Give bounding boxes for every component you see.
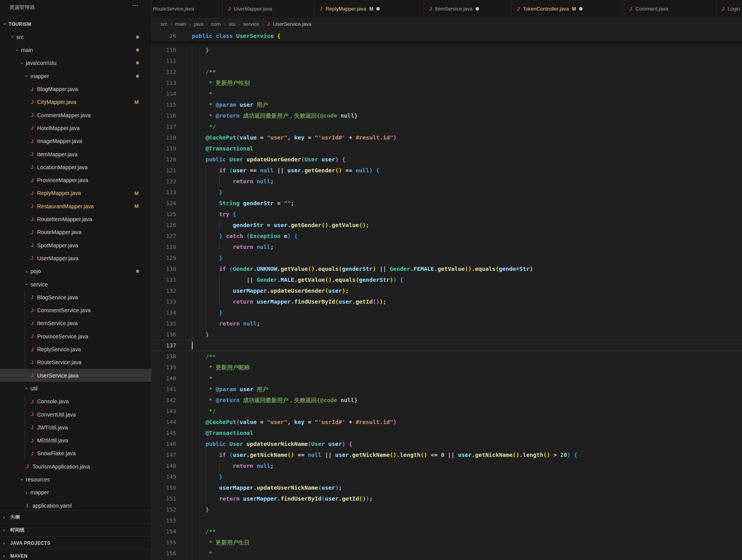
breadcrumb-file[interactable]: UserService.java xyxy=(273,21,311,27)
tree-item-locationmapper-java[interactable]: JLocationMapper.java xyxy=(0,161,152,174)
line-number[interactable]: 149 xyxy=(152,474,176,480)
line-number[interactable]: 154 xyxy=(152,528,176,535)
line-number[interactable]: 131 xyxy=(152,277,176,283)
tree-item-hotelmapper-java[interactable]: JHotelMapper.java xyxy=(0,122,152,134)
tree-item-userservice-java[interactable]: JUserService.java xyxy=(0,369,152,382)
code-line-142[interactable]: 142 * @return 成功返回最新用户，失败返回{@code null} xyxy=(152,395,742,406)
tree-item-blogservice-java[interactable]: JBlogService.java xyxy=(0,291,152,304)
tree-item-jwtutil-java[interactable]: JJWTUtil.java xyxy=(0,421,152,434)
tree-item-mapper[interactable]: ›mapper xyxy=(0,70,152,82)
line-number[interactable]: 147 xyxy=(152,452,176,458)
tree-item-spotmapper-java[interactable]: JSpotMapper.java xyxy=(0,239,152,252)
tree-item-routeitemmapper-java[interactable]: JRouteItemMapper.java xyxy=(0,213,152,226)
breadcrumb-item-src[interactable]: src xyxy=(161,21,167,27)
tab-routeservice-java[interactable]: RouteService.java xyxy=(152,0,223,18)
tree-item-java-com-stu[interactable]: ›java\com\stu xyxy=(0,57,152,70)
sidebar-section-java-projects[interactable]: ›JAVA PROJECTS xyxy=(0,536,152,549)
code-line-121[interactable]: 121 if (user == null || user.getGender()… xyxy=(152,165,742,176)
code-line-132[interactable]: 132 userMapper.updateUserGender(user); xyxy=(152,285,742,296)
tree-item-src[interactable]: ›src xyxy=(0,30,152,43)
line-number[interactable]: 132 xyxy=(152,288,176,294)
code-line-115[interactable]: 115 * @param user 用户 xyxy=(152,99,742,110)
sidebar-section-大纲[interactable]: ›大纲 xyxy=(0,510,152,524)
line-number[interactable]: 146 xyxy=(152,441,176,447)
code-line-152[interactable]: 152 } xyxy=(152,504,742,515)
line-number[interactable]: 134 xyxy=(152,310,176,316)
tree-item-tourismapplication-java[interactable]: JTourismApplication.java xyxy=(0,460,152,473)
code-line-145[interactable]: 145 @Transactional xyxy=(152,428,742,438)
line-number[interactable]: 144 xyxy=(152,419,176,425)
line-number[interactable]: 123 xyxy=(152,189,176,195)
line-number[interactable]: 133 xyxy=(152,299,176,305)
tree-item-tourism[interactable]: ›TOURISM xyxy=(0,18,152,30)
code-line-118[interactable]: 118 @CachePut(value = "user", key = "'us… xyxy=(152,132,742,143)
tree-item-util[interactable]: ›util xyxy=(0,382,152,395)
code-line-137[interactable]: 137 xyxy=(152,340,742,351)
code-line-126[interactable]: 126 genderStr = user.getGender().getValu… xyxy=(152,220,742,231)
line-number[interactable]: 117 xyxy=(152,123,176,130)
code-line-143[interactable]: 143 */ xyxy=(152,406,742,417)
explorer-actions-ellipsis-icon[interactable]: ⋯ xyxy=(132,2,138,9)
code-editor[interactable]: 110 }111112 /**113 * 更新用户性别114 *115 * @p… xyxy=(152,41,742,560)
line-number[interactable]: 113 xyxy=(152,80,176,86)
unsaved-dot-icon[interactable] xyxy=(376,7,380,11)
breadcrumb-item-com[interactable]: com xyxy=(211,21,221,27)
code-line-125[interactable]: 125 try { xyxy=(152,209,742,220)
code-line-146[interactable]: 146 public User updateUserNickName(User … xyxy=(152,438,742,449)
sidebar-section-maven[interactable]: ›MAVEN xyxy=(0,549,152,560)
line-number[interactable]: 141 xyxy=(152,386,176,392)
code-line-120[interactable]: 120 public User updateUserGender(User us… xyxy=(152,154,742,165)
line-number[interactable]: 143 xyxy=(152,408,176,414)
code-line-147[interactable]: 147 if (user.getNickName() == null || us… xyxy=(152,449,742,460)
breadcrumb[interactable]: src›main›java›com›stu›service›JUserServi… xyxy=(152,18,742,30)
code-line-111[interactable]: 111 xyxy=(152,55,742,66)
code-line-113[interactable]: 113 * 更新用户性别 xyxy=(152,77,742,88)
tree-item-commentmapper-java[interactable]: JCommentMapper.java xyxy=(0,109,152,122)
tree-item-replymapper-java[interactable]: JReplyMapper.javaM xyxy=(0,187,152,200)
breadcrumb-item-main[interactable]: main xyxy=(175,21,186,27)
tree-item-blogmapper-java[interactable]: JBlogMapper.java xyxy=(0,83,152,96)
line-number[interactable]: 136 xyxy=(152,331,176,338)
line-number[interactable]: 140 xyxy=(152,375,176,381)
code-line-138[interactable]: 138 /** xyxy=(152,351,742,362)
unsaved-dot-icon[interactable] xyxy=(476,7,479,11)
breadcrumb-item-service[interactable]: service xyxy=(243,21,259,27)
line-number[interactable]: 115 xyxy=(152,102,176,108)
tab-usermapper-java[interactable]: JUserMapper.java xyxy=(223,0,315,18)
tab-comment-java[interactable]: JComment.java xyxy=(624,0,717,18)
code-line-123[interactable]: 123 } xyxy=(152,187,742,198)
breadcrumb-item-stu[interactable]: stu xyxy=(229,21,235,27)
code-line-117[interactable]: 117 */ xyxy=(152,121,742,132)
code-line-112[interactable]: 112 /** xyxy=(152,66,742,77)
code-line-141[interactable]: 141 * @param user 用户 xyxy=(152,384,742,395)
code-line-122[interactable]: 122 return null; xyxy=(152,176,742,187)
line-number[interactable]: 129 xyxy=(152,255,176,261)
line-number[interactable]: 116 xyxy=(152,113,176,119)
code-line-110[interactable]: 110 } xyxy=(152,45,742,55)
tree-item-itemmapper-java[interactable]: JItemMapper.java xyxy=(0,148,152,161)
tree-item-console-java[interactable]: JConsole.java xyxy=(0,395,152,408)
line-number[interactable]: 152 xyxy=(152,506,176,513)
tree-item-convertutil-java[interactable]: JConvertUtil.java xyxy=(0,408,152,421)
line-number[interactable]: 130 xyxy=(152,266,176,272)
tab-tokencontroller-java[interactable]: JTokenController.javaM xyxy=(512,0,624,18)
code-line-140[interactable]: 140 * xyxy=(152,373,742,384)
breadcrumb-item-java[interactable]: java xyxy=(194,21,204,27)
code-line-127[interactable]: 127 } catch (Exception e) { xyxy=(152,231,742,242)
code-line-131[interactable]: 131 || Gender.MALE.getValue().equals(gen… xyxy=(152,274,742,285)
tree-item-pojo[interactable]: ›pojo xyxy=(0,265,152,278)
line-number[interactable]: 145 xyxy=(152,430,176,436)
tree-item-resources[interactable]: ›resources xyxy=(0,473,152,486)
tree-item-mapper[interactable]: ›mapper xyxy=(0,486,152,499)
code-line-144[interactable]: 144 @CachePut(value = "user", key = "'us… xyxy=(152,417,742,428)
line-number[interactable]: 156 xyxy=(152,550,176,556)
tree-item-routeservice-java[interactable]: JRouteService.java xyxy=(0,356,152,369)
unsaved-dot-icon[interactable] xyxy=(579,7,583,11)
line-number[interactable]: 112 xyxy=(152,69,176,75)
tree-item-main[interactable]: ›main xyxy=(0,44,152,57)
code-line-119[interactable]: 119 @Transactional xyxy=(152,143,742,154)
line-number[interactable]: 110 xyxy=(152,47,176,53)
code-line-149[interactable]: 149 } xyxy=(152,471,742,482)
code-line-133[interactable]: 133 return userMapper.findUserById(user.… xyxy=(152,296,742,307)
line-number[interactable]: 128 xyxy=(152,244,176,250)
